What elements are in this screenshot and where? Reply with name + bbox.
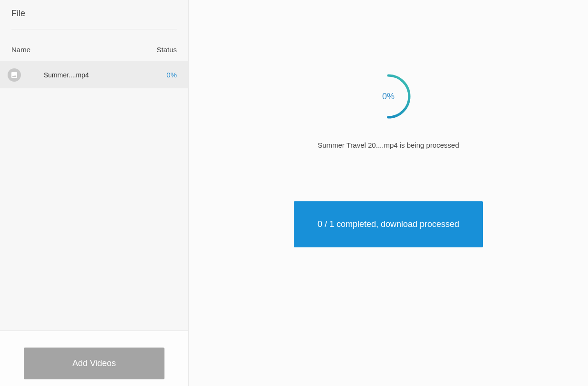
file-list-header: Name Status bbox=[0, 29, 188, 61]
file-status: 0% bbox=[166, 71, 177, 79]
image-icon bbox=[8, 68, 21, 82]
download-processed-button[interactable]: 0 / 1 completed, download processed bbox=[294, 201, 483, 247]
column-status-label: Status bbox=[156, 46, 177, 54]
sidebar-footer: Add Videos bbox=[0, 330, 188, 386]
add-videos-button[interactable]: Add Videos bbox=[24, 348, 164, 379]
progress-percent-label: 0% bbox=[366, 74, 411, 119]
sidebar-header: File bbox=[0, 0, 188, 29]
main-area: 0% Summer Travel 20....mp4 is being proc… bbox=[189, 0, 588, 386]
sidebar-title: File bbox=[11, 9, 177, 19]
spacer bbox=[0, 88, 188, 330]
sidebar: File Name Status Summer....mp4 0% Add Vi… bbox=[0, 0, 189, 386]
file-name: Summer....mp4 bbox=[21, 71, 166, 79]
file-row[interactable]: Summer....mp4 0% bbox=[0, 61, 188, 88]
progress-circle: 0% bbox=[366, 74, 411, 119]
column-name-label: Name bbox=[11, 46, 30, 54]
processing-message: Summer Travel 20....mp4 is being process… bbox=[318, 141, 459, 149]
